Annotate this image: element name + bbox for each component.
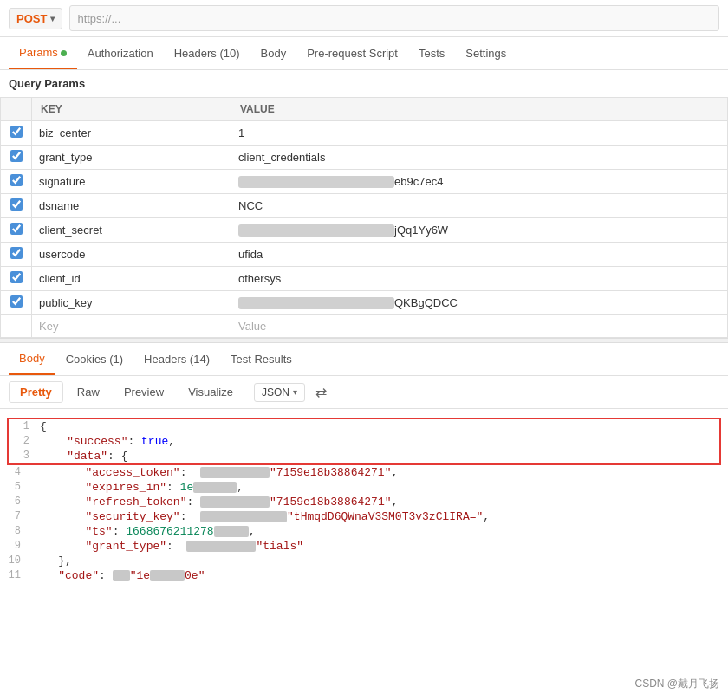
line-content: "ts": 1668676211278 , [31,525,728,538]
empty-key-placeholder: Key [32,315,231,338]
param-key: dsname [32,194,231,218]
response-tab-headers--14-[interactable]: Headers (14) [133,344,220,374]
param-checkbox[interactable] [10,271,23,283]
format-label: JSON [262,386,289,399]
line-number: 11 [0,569,31,581]
line-number: 4 [0,466,31,478]
code-line: 2 "success": true, [9,434,719,449]
table-row: biz_center1 [1,121,728,146]
empty-value-placeholder: Value [231,315,728,338]
table-row: public_keyQKBgQDCCQKBgQDCC [1,291,728,315]
param-checkbox[interactable] [10,295,23,308]
table-row: client_idothersys [1,267,728,291]
code-line: 6 "refresh_token": "7159e18b38864271", [0,495,728,509]
line-content: "expires_in": 1e , [31,481,728,494]
code-line: 11 "code": "1e 0e" [0,568,728,583]
param-value: 51232a8ea593398f3ba74a74eb9c7ec4eb9c7ec4 [231,170,728,194]
tab-tests[interactable]: Tests [408,38,455,68]
url-input[interactable] [69,5,719,31]
line-number: 6 [0,496,31,508]
col-header-key: KEY [32,98,231,121]
param-checkbox[interactable] [10,198,23,211]
param-key: signature [32,170,231,194]
params-table: KEY VALUE biz_center1grant_typeclient_cr… [0,97,728,338]
view-tabs-row: PrettyRawPreviewVisualizeJSON ▾⇄ [0,376,728,409]
col-header-checkbox [1,98,32,121]
code-line: 9 "grant_type": "tials" [0,539,728,554]
line-number: 1 [9,420,40,432]
response-body: 1{2 "success": true,3 "data": {4 "access… [0,409,728,592]
line-content: "data": { [40,450,719,463]
view-tab-pretty[interactable]: Pretty [9,381,63,403]
code-line: 7 "security_key": "tHmqdD6QWnaV3SM0T3v3z… [0,509,728,524]
line-content: "grant_type": "tials" [31,540,728,553]
param-key: client_secret [32,218,231,243]
param-value: 8eGukT1Uk78tsmcnchlBuq304jQq1Yy6WjQq1Yy6… [231,218,728,243]
param-key: public_key [32,291,231,315]
table-row: signature51232a8ea593398f3ba74a74eb9c7ec… [1,170,728,194]
empty-param-row: KeyValue [1,315,728,338]
line-content: }, [31,554,728,567]
view-tab-raw[interactable]: Raw [67,382,110,402]
line-content: "refresh_token": "7159e18b38864271", [31,496,728,509]
table-row: dsnameNCC [1,194,728,218]
query-params-title: Query Params [0,70,728,97]
code-line: 10 }, [0,554,728,568]
tab-body[interactable]: Body [250,38,297,68]
line-number: 2 [9,435,40,447]
param-key: client_id [32,267,231,291]
tab-pre-request-script[interactable]: Pre-request Script [296,38,408,68]
code-line: 5 "expires_in": 1e , [0,480,728,495]
param-checkbox[interactable] [10,150,23,162]
method-select[interactable]: POST ▾ [9,8,62,29]
response-tab-test-results[interactable]: Test Results [220,344,302,374]
params-dot [61,50,67,56]
response-tabs-row: BodyCookies (1)Headers (14)Test Results [0,343,728,376]
method-label: POST [16,12,47,25]
param-value: client_credentials [231,146,728,170]
line-number: 10 [0,554,31,567]
param-key: grant_type [32,146,231,170]
line-content: "access_token": "7159e18b38864271", [31,466,728,479]
param-checkbox[interactable] [10,223,23,235]
table-row: usercodeufida [1,243,728,267]
view-tab-visualize[interactable]: Visualize [178,382,244,402]
line-number: 5 [0,481,31,493]
wrap-icon[interactable]: ⇄ [315,384,327,400]
col-header-value: VALUE [231,98,728,121]
code-line: 3 "data": { [9,449,719,463]
response-tab-cookies--1-[interactable]: Cookies (1) [55,344,133,374]
line-number: 9 [0,540,31,552]
chevron-down-icon: ▾ [50,14,55,23]
param-checkbox[interactable] [10,174,23,186]
format-select[interactable]: JSON ▾ [254,383,305,402]
param-value: 1 [231,121,728,146]
response-tab-body[interactable]: Body [9,343,55,375]
tab-params[interactable]: Params [9,37,77,69]
param-key: biz_center [32,121,231,146]
param-checkbox[interactable] [10,247,23,259]
param-key: usercode [32,243,231,267]
tab-headers--10-[interactable]: Headers (10) [164,38,250,68]
line-content: "code": "1e 0e" [31,569,728,582]
line-content: "security_key": "tHmqdD6QWnaV3SM0T3v3zCl… [31,510,728,523]
line-content: { [40,420,719,433]
tab-authorization[interactable]: Authorization [77,38,164,68]
line-content: "success": true, [40,435,719,448]
param-value: ufida [231,243,728,267]
chevron-down-icon: ▾ [293,387,297,397]
line-number: 8 [0,525,31,537]
param-checkbox[interactable] [10,126,23,138]
code-line: 8 "ts": 1668676211278 , [0,524,728,539]
line-number: 7 [0,510,31,522]
param-value: NCC [231,194,728,218]
request-tabs-row: ParamsAuthorizationHeaders (10)BodyPre-r… [0,37,728,70]
param-value: othersys [231,267,728,291]
tab-settings[interactable]: Settings [455,38,517,68]
code-highlight-box: 1{2 "success": true,3 "data": { [7,418,721,465]
top-bar: POST ▾ [0,0,728,37]
code-line: 1{ [9,419,719,434]
view-tab-preview[interactable]: Preview [114,382,174,402]
table-row: grant_typeclient_credentials [1,146,728,170]
table-row: client_secret8eGukT1Uk78tsmcnchlBuq304jQ… [1,218,728,243]
